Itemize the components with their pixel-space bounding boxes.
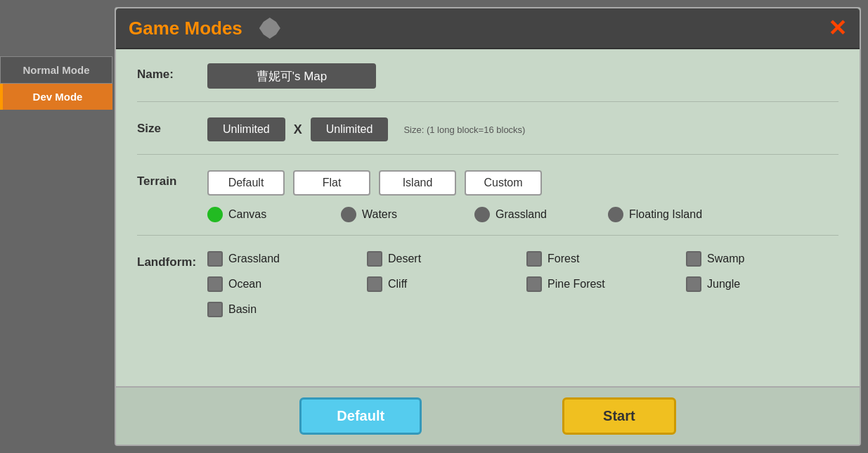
close-button[interactable]: ✕: [828, 17, 847, 39]
size-height-button[interactable]: Unlimited: [311, 117, 389, 141]
name-label: Name:: [137, 63, 207, 82]
landform-swamp-label: Swamp: [707, 253, 744, 265]
landform-desert-label: Desert: [388, 253, 421, 265]
landform-jungle-checkbox[interactable]: [686, 276, 701, 292]
landform-desert-checkbox[interactable]: [367, 251, 382, 267]
dialog-footer: Default Start: [116, 386, 860, 445]
start-button[interactable]: Start: [562, 397, 676, 435]
terrain-content: Default Flat Island Custom Canvas Waters: [207, 170, 838, 222]
landform-cliff-checkbox[interactable]: [367, 276, 382, 292]
landform-basin-checkbox[interactable]: [207, 302, 223, 317]
terrain-custom-button[interactable]: Custom: [465, 170, 542, 196]
landform-cliff-label: Cliff: [388, 278, 407, 291]
dialog-body: Name: Size Unlimited X Unlimited Size: (…: [116, 49, 860, 386]
size-controls: Unlimited X Unlimited Size: (1 long bloc…: [207, 117, 838, 141]
terrain-default-button[interactable]: Default: [207, 170, 285, 196]
landform-grassland-checkbox[interactable]: [207, 251, 223, 267]
size-hint: Size: (1 long block=16 blocks): [403, 125, 525, 135]
terrain-buttons: Default Flat Island Custom: [207, 170, 838, 196]
size-separator: X: [294, 122, 302, 137]
terrain-floating-island-label: Floating Island: [629, 208, 702, 221]
dialog-header: Game Modes ✕: [116, 8, 860, 49]
terrain-label: Terrain: [137, 170, 207, 189]
landform-swamp-checkbox[interactable]: [686, 251, 701, 267]
landform-jungle-label: Jungle: [707, 278, 740, 291]
landform-basin-option[interactable]: Basin: [207, 302, 360, 317]
dialog-title: Game Modes: [129, 18, 242, 39]
game-modes-dialog: Game Modes ✕ Name: Size Unlimited X: [115, 7, 861, 446]
landform-swamp-option[interactable]: Swamp: [686, 251, 838, 267]
terrain-flat-button[interactable]: Flat: [293, 170, 370, 196]
landform-jungle-option[interactable]: Jungle: [686, 276, 838, 292]
landform-forest-checkbox[interactable]: [526, 251, 542, 267]
name-row: Name:: [137, 63, 838, 102]
landform-row: Landform: Grassland Desert F: [137, 251, 838, 330]
terrain-grassland-radio[interactable]: [474, 207, 490, 222]
terrain-waters-label: Waters: [362, 208, 397, 221]
landform-content: Grassland Desert Forest Swamp: [207, 251, 838, 317]
landform-pine-forest-label: Pine Forest: [548, 278, 605, 291]
header-decoration-icon: [259, 18, 280, 39]
terrain-island-button[interactable]: Island: [379, 170, 456, 196]
terrain-grassland-option[interactable]: Grassland: [474, 207, 587, 222]
size-content: Unlimited X Unlimited Size: (1 long bloc…: [207, 117, 838, 141]
size-label: Size: [137, 117, 207, 136]
landform-desert-option[interactable]: Desert: [367, 251, 519, 267]
name-content: [207, 63, 838, 89]
sidebar-item-dev-mode[interactable]: Dev Mode: [0, 84, 112, 110]
landform-ocean-option[interactable]: Ocean: [207, 276, 360, 292]
terrain-canvas-radio[interactable]: [207, 207, 223, 222]
landform-ocean-label: Ocean: [228, 278, 261, 291]
size-width-button[interactable]: Unlimited: [207, 117, 285, 141]
sidebar-item-normal-mode[interactable]: Normal Mode: [0, 56, 112, 84]
terrain-grassland-label: Grassland: [495, 208, 547, 221]
terrain-waters-option[interactable]: Waters: [341, 207, 453, 222]
landform-pine-forest-checkbox[interactable]: [526, 276, 542, 292]
landform-grassland-option[interactable]: Grassland: [207, 251, 360, 267]
size-row: Size Unlimited X Unlimited Size: (1 long…: [137, 117, 838, 155]
terrain-floating-island-option[interactable]: Floating Island: [608, 207, 720, 222]
default-button[interactable]: Default: [299, 397, 422, 435]
landform-label: Landform:: [137, 251, 207, 269]
landform-ocean-checkbox[interactable]: [207, 276, 223, 292]
landform-forest-option[interactable]: Forest: [526, 251, 679, 267]
landform-basin-label: Basin: [228, 303, 257, 316]
landform-pine-forest-option[interactable]: Pine Forest: [526, 276, 679, 292]
sidebar: Normal Mode Dev Mode: [0, 56, 112, 110]
terrain-row: Terrain Default Flat Island Custom Canva…: [137, 170, 838, 236]
name-input[interactable]: [207, 63, 376, 89]
landform-cliff-option[interactable]: Cliff: [367, 276, 519, 292]
screen: Normal Mode Dev Mode Game Modes ✕ Name:: [0, 0, 868, 453]
landform-options: Grassland Desert Forest Swamp: [207, 251, 838, 317]
terrain-floating-island-radio[interactable]: [608, 207, 623, 222]
terrain-waters-radio[interactable]: [341, 207, 356, 222]
landform-forest-label: Forest: [548, 253, 579, 265]
terrain-options: Canvas Waters Grassland Floating Is: [207, 207, 838, 222]
landform-grassland-label: Grassland: [228, 253, 280, 265]
terrain-canvas-label: Canvas: [228, 208, 266, 221]
terrain-canvas-option[interactable]: Canvas: [207, 207, 320, 222]
